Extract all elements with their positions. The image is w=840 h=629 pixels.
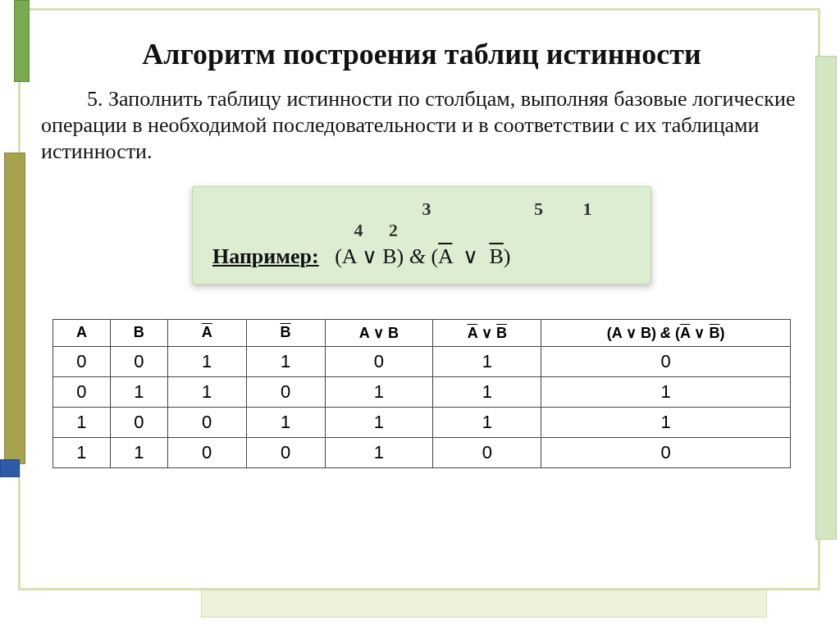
cell: 1 <box>110 437 167 467</box>
col-not-B: B <box>246 319 325 346</box>
cell: 0 <box>110 407 167 437</box>
cell: 1 <box>325 437 433 467</box>
col-A: A <box>53 319 111 346</box>
h6-close: ) <box>719 325 724 341</box>
col-AorB: A ∨ B <box>325 319 433 346</box>
cell: 0 <box>167 437 246 467</box>
h6-amp: & <box>660 325 675 341</box>
order-3: 3 <box>340 198 513 220</box>
cell: 0 <box>246 437 325 467</box>
cell: 1 <box>433 407 541 437</box>
order-4: 4 <box>340 220 377 241</box>
h6-or: ∨ <box>690 325 709 341</box>
var-not-A: A <box>438 244 452 268</box>
deco-left-green <box>14 0 30 82</box>
table-body: 0 0 1 1 0 1 0 0 1 1 0 1 1 1 <box>53 346 791 467</box>
table-row: 1 1 0 0 1 0 0 <box>53 437 791 467</box>
h5-or: ∨ <box>477 325 496 341</box>
op-and: & <box>409 244 426 268</box>
deco-left-blue <box>0 459 20 477</box>
table-row: 0 1 1 0 1 1 1 <box>53 376 791 407</box>
cell: 1 <box>433 376 541 407</box>
cell: 0 <box>53 376 111 407</box>
h5-over-B: B <box>496 325 507 341</box>
col-result: (A ∨ B) & (A ∨ B) <box>541 319 791 346</box>
example-label: Например: <box>212 244 319 268</box>
order-5: 5 <box>518 198 560 220</box>
example-box: 3 5 1 4 2 Например: (A ∨ B) & (A ∨ B) <box>192 186 651 285</box>
table-header-row: A B A B A ∨ B A ∨ B (A ∨ B) & (A ∨ B) <box>53 319 791 346</box>
not-B-label: B <box>281 324 291 340</box>
rparen-2: ) <box>504 244 511 268</box>
cell: 0 <box>541 437 791 467</box>
cell: 1 <box>53 407 111 437</box>
not-A-label: A <box>202 324 212 340</box>
cell: 0 <box>167 407 246 437</box>
table-row: 1 0 0 1 1 1 1 <box>53 407 791 437</box>
var-A: A <box>342 244 356 268</box>
example-formula: Например: (A ∨ B) & (A ∨ B) <box>212 244 631 269</box>
cell: 1 <box>167 346 246 376</box>
deco-bottom-bar <box>201 590 767 618</box>
op-or-1: ∨ <box>362 244 377 268</box>
rparen-1: ) <box>397 244 404 268</box>
deco-left-olive <box>4 153 25 464</box>
evaluation-order: 3 5 1 4 2 <box>212 198 631 241</box>
cell: 1 <box>325 376 433 407</box>
truth-table: A B A B A ∨ B A ∨ B (A ∨ B) & (A ∨ B) 0 <box>52 319 791 468</box>
cell: 1 <box>53 437 111 467</box>
var-B: B <box>382 244 396 268</box>
cell: 1 <box>541 376 791 407</box>
col-notA-or-notB: A ∨ B <box>433 319 541 346</box>
h6-pre: (A ∨ B) <box>607 325 660 341</box>
order-1: 1 <box>564 198 610 220</box>
op-or-2: ∨ <box>463 244 478 268</box>
deco-right-green <box>815 56 837 540</box>
cell: 0 <box>541 346 791 376</box>
h5-over-A: A <box>468 325 477 341</box>
cell: 1 <box>325 407 433 437</box>
cell: 1 <box>433 346 541 376</box>
step-paragraph: 5. Заполнить таблицу истинности по столб… <box>41 86 802 164</box>
cell: 1 <box>110 376 167 407</box>
var-not-B: B <box>489 244 503 268</box>
cell: 1 <box>541 407 791 437</box>
cell: 0 <box>110 346 167 376</box>
cell: 1 <box>167 376 246 407</box>
lparen-2: ( <box>431 244 438 268</box>
cell: 0 <box>246 376 325 407</box>
lparen-1: ( <box>335 244 342 268</box>
content-area: Алгоритм построения таблиц истинности 5.… <box>41 38 802 468</box>
col-B: B <box>110 319 167 346</box>
page-title: Алгоритм построения таблиц истинности <box>41 38 802 71</box>
cell: 0 <box>53 346 111 376</box>
cell: 0 <box>325 346 433 376</box>
order-2: 2 <box>381 220 406 241</box>
col-not-A: A <box>167 319 246 346</box>
table-row: 0 0 1 1 0 1 0 <box>53 346 791 376</box>
cell: 1 <box>246 346 325 376</box>
h6-overA: A <box>680 325 690 341</box>
cell: 0 <box>433 437 541 467</box>
h6-overB: B <box>709 325 719 341</box>
slide: Алгоритм построения таблиц истинности 5.… <box>0 0 840 629</box>
cell: 1 <box>246 407 325 437</box>
